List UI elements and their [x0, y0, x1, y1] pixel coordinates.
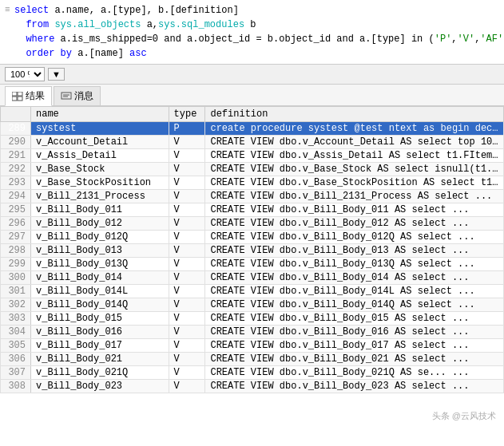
table-row[interactable]: 300v_Bill_Body_014V CREATE VIEW dbo.v_Bi… — [1, 271, 504, 285]
cell-rownum: 297 — [1, 231, 31, 244]
cell-type: V — [169, 380, 205, 393]
zoom-select[interactable]: 100 % — [5, 67, 45, 81]
cell-name: v_Assis_Detail — [31, 149, 169, 163]
line-indicator-1: ≡ — [5, 3, 13, 17]
cell-rownum: 303 — [1, 312, 31, 326]
table-row[interactable]: 299v_Bill_Body_013QV CREATE VIEW dbo.v_B… — [1, 258, 504, 271]
cell-rownum: 302 — [1, 298, 31, 312]
cell-type: V — [169, 258, 205, 271]
cell-type: V — [169, 190, 205, 203]
table-row[interactable]: 301v_Bill_Body_014LV CREATE VIEW dbo.v_B… — [1, 285, 504, 298]
tab-messages-label: 消息 — [74, 89, 93, 103]
cell-rownum: 298 — [1, 244, 31, 258]
cell-rownum: 299 — [1, 258, 31, 271]
table-row[interactable]: 306v_Bill_Body_021V CREATE VIEW dbo.v_Bi… — [1, 353, 504, 366]
cell-name: v_Account_Detail — [31, 136, 169, 149]
message-icon — [61, 92, 72, 101]
cell-definition: CREATE VIEW dbo.v_Bill_Body_015 AS selec… — [205, 312, 504, 326]
tab-messages[interactable]: 消息 — [54, 86, 101, 105]
cell-type: V — [169, 203, 205, 217]
cell-name: v_Bill_Body_012Q — [31, 231, 169, 244]
cell-definition: CREATE VIEW dbo.v_Bill_Body_014Q AS sele… — [205, 298, 504, 312]
cell-definition: CREATE VIEW dbo.v_Bill_Body_014L AS sele… — [205, 285, 504, 298]
cell-name: v_Base_Stock — [31, 163, 169, 176]
cell-type: V — [169, 312, 205, 326]
cell-definition: CREATE VIEW dbo.v_Bill_Body_021 AS selec… — [205, 353, 504, 366]
tab-results[interactable]: 结果 — [5, 86, 52, 106]
table-row[interactable]: 305v_Bill_Body_017V CREATE VIEW dbo.v_Bi… — [1, 339, 504, 353]
cell-definition: CREATE VIEW dbo.v_Base_StockPosition AS … — [205, 176, 504, 190]
cell-definition: CREATE VIEW dbo.v_Base_Stock AS select i… — [205, 163, 504, 176]
cell-rownum: 295 — [1, 203, 31, 217]
cell-type: V — [169, 136, 205, 149]
results-container[interactable]: name type definition 289systestPcreate p… — [0, 106, 504, 444]
sql-code-3: where a.is_ms_shipped=0 and a.object_id … — [14, 32, 504, 46]
cell-name: v_Bill_Body_014L — [31, 285, 169, 298]
table-row[interactable]: 289systestPcreate procedure systest @tes… — [1, 122, 504, 136]
cell-type: P — [169, 122, 205, 136]
cell-rownum: 300 — [1, 271, 31, 285]
cell-type: V — [169, 231, 205, 244]
zoom-dropdown-btn[interactable]: ▼ — [48, 68, 65, 81]
results-table: name type definition 289systestPcreate p… — [0, 106, 504, 393]
table-row[interactable]: 296v_Bill_Body_012V CREATE VIEW dbo.v_Bi… — [1, 217, 504, 231]
cell-definition: CREATE VIEW dbo.v_Bill_Body_012 AS selec… — [205, 217, 504, 231]
table-row[interactable]: 292v_Base_StockV CREATE VIEW dbo.v_Base_… — [1, 163, 504, 176]
cell-name: v_Bill_Body_017 — [31, 339, 169, 353]
cell-name: v_Bill_Body_011 — [31, 203, 169, 217]
toolbar: 100 % ▼ — [0, 65, 504, 85]
cell-name: v_Bill_Body_013Q — [31, 258, 169, 271]
cell-name: v_Bill_Body_023 — [31, 380, 169, 393]
col-name: name — [31, 107, 169, 122]
cell-name: v_Bill_Body_012 — [31, 217, 169, 231]
table-row[interactable]: 294v_Bill_2131_ProcessV CREATE VIEW dbo.… — [1, 190, 504, 203]
cell-type: V — [169, 366, 205, 380]
col-rownum — [1, 107, 31, 122]
table-row[interactable]: 297v_Bill_Body_012QV CREATE VIEW dbo.v_B… — [1, 231, 504, 244]
grid-icon — [12, 92, 23, 101]
svg-rect-3 — [18, 97, 22, 101]
svg-rect-4 — [62, 93, 71, 99]
table-row[interactable]: 307v_Bill_Body_021QV CREATE VIEW dbo.v_B… — [1, 366, 504, 380]
table-row[interactable]: 302v_Bill_Body_014QV CREATE VIEW dbo.v_B… — [1, 298, 504, 312]
cell-definition: CREATE VIEW dbo.v_Bill_Body_023 AS selec… — [205, 380, 504, 393]
cell-definition: CREATE VIEW dbo.v_Bill_Body_013Q AS sele… — [205, 258, 504, 271]
cell-definition: CREATE VIEW dbo.v_Bill_Body_011 AS selec… — [205, 203, 504, 217]
cell-type: V — [169, 176, 205, 190]
table-row[interactable]: 304v_Bill_Body_016V CREATE VIEW dbo.v_Bi… — [1, 326, 504, 339]
cell-type: V — [169, 298, 205, 312]
col-type: type — [169, 107, 205, 122]
sql-editor[interactable]: ≡ select a.name, a.[type], b.[definition… — [0, 0, 504, 65]
cell-rownum: 293 — [1, 176, 31, 190]
table-row[interactable]: 295v_Bill_Body_011V CREATE VIEW dbo.v_Bi… — [1, 203, 504, 217]
table-row[interactable]: 308v_Bill_Body_023V CREATE VIEW dbo.v_Bi… — [1, 380, 504, 393]
cell-name: v_Base_StockPosition — [31, 176, 169, 190]
cell-type: V — [169, 271, 205, 285]
cell-type: V — [169, 149, 205, 163]
table-row[interactable]: 293v_Base_StockPositionV CREATE VIEW dbo… — [1, 176, 504, 190]
cell-definition: CREATE VIEW dbo.v_Bill_Body_014 AS selec… — [205, 271, 504, 285]
sql-code-4: order by a.[name] asc — [14, 46, 147, 61]
cell-type: V — [169, 339, 205, 353]
table-row[interactable]: 291v_Assis_DetailV CREATE VIEW dbo.v_Ass… — [1, 149, 504, 163]
table-row[interactable]: 303v_Bill_Body_015V CREATE VIEW dbo.v_Bi… — [1, 312, 504, 326]
svg-rect-1 — [18, 92, 22, 96]
cell-name: v_Bill_Body_015 — [31, 312, 169, 326]
cell-definition: CREATE VIEW dbo.v_Bill_Body_016 AS selec… — [205, 326, 504, 339]
sql-line-2: from sys.all_objects a,sys.sql_modules b — [5, 18, 499, 32]
sql-line-4: order by a.[name] asc — [5, 46, 499, 61]
table-row[interactable]: 290v_Account_DetailV CREATE VIEW dbo.v_A… — [1, 136, 504, 149]
cell-rownum: 307 — [1, 366, 31, 380]
cell-rownum: 301 — [1, 285, 31, 298]
cell-rownum: 292 — [1, 163, 31, 176]
cell-rownum: 294 — [1, 190, 31, 203]
cell-rownum: 296 — [1, 217, 31, 231]
cell-type: V — [169, 326, 205, 339]
cell-name: v_Bill_Body_014 — [31, 271, 169, 285]
table-row[interactable]: 298v_Bill_Body_013V CREATE VIEW dbo.v_Bi… — [1, 244, 504, 258]
watermark: 头条 @云风技术 — [432, 410, 496, 422]
cell-type: V — [169, 244, 205, 258]
cell-definition: CREATE VIEW dbo.v_Bill_Body_021Q AS se..… — [205, 366, 504, 380]
col-definition: definition — [205, 107, 504, 122]
table-header-row: name type definition — [1, 107, 504, 122]
